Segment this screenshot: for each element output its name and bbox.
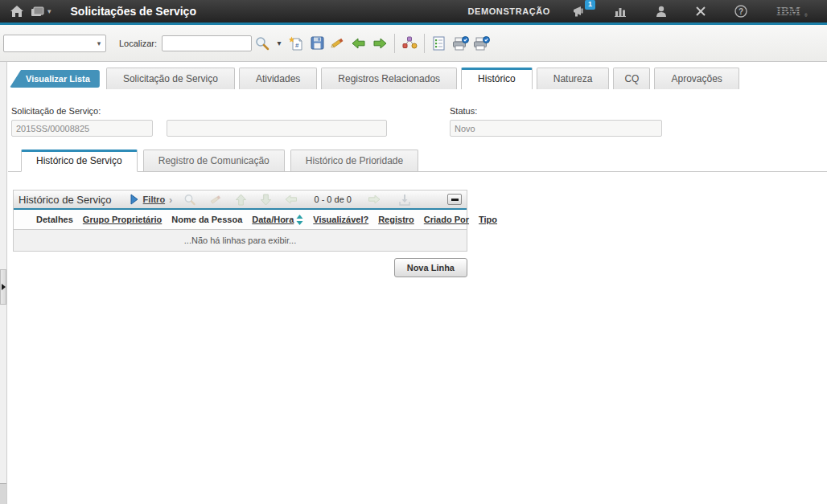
minimize-dash bbox=[451, 199, 459, 201]
localizar-input[interactable] bbox=[162, 35, 252, 51]
sr-field-label: Solicitação de Serviço: bbox=[11, 106, 450, 116]
filter-link[interactable]: Filtro bbox=[143, 195, 166, 204]
record-tabs: Visualizar Lista Solicitação de Serviço … bbox=[8, 68, 827, 89]
pagination-label: 0 - 0 de 0 bbox=[314, 195, 351, 204]
tab-historico[interactable]: Histórico bbox=[461, 68, 533, 89]
reports-list-icon[interactable] bbox=[429, 33, 450, 54]
table-header-row: Detalhes Grupo Proprietário Nome da Pess… bbox=[14, 210, 467, 230]
column-header-visualizavel[interactable]: Visualizável? bbox=[313, 215, 368, 224]
search-icon[interactable] bbox=[252, 33, 273, 54]
clear-changes-icon[interactable] bbox=[327, 33, 348, 54]
column-header-registro[interactable]: Registro bbox=[378, 215, 414, 224]
page-title: Solicitações de Serviço bbox=[71, 5, 196, 18]
toolbar-separator bbox=[394, 34, 395, 53]
chevron-down-icon: ▾ bbox=[47, 7, 51, 15]
nav-collapse-strip bbox=[0, 62, 7, 504]
empty-table-message: ...Não há linhas para exibir... bbox=[14, 230, 467, 251]
subtab-registro-de-comunicacao[interactable]: Registro de Comunicação bbox=[143, 150, 285, 171]
column-header-detalhes[interactable]: Detalhes bbox=[36, 215, 73, 224]
tab-visualizar-lista[interactable]: Visualizar Lista bbox=[10, 70, 100, 88]
main-area: Visualizar Lista Solicitação de Serviço … bbox=[0, 62, 827, 504]
chevron-down-icon: ▾ bbox=[93, 39, 105, 47]
signout-icon[interactable] bbox=[695, 6, 706, 17]
previous-record-icon[interactable] bbox=[348, 33, 369, 54]
column-header-tipo[interactable]: Tipo bbox=[479, 215, 497, 224]
nav-expand-handle[interactable] bbox=[0, 269, 6, 305]
next-page-icon[interactable] bbox=[368, 194, 381, 205]
table-footer: Nova Linha bbox=[8, 258, 467, 277]
history-subtabs: Histórico de Serviço Registro de Comunic… bbox=[8, 150, 827, 172]
toolbar-separator bbox=[424, 34, 425, 53]
print-icon[interactable] bbox=[450, 33, 471, 54]
previous-page-icon[interactable] bbox=[285, 194, 298, 205]
search-options-caret-icon[interactable]: ▾ bbox=[273, 33, 286, 54]
subtab-historico-de-prioridade[interactable]: Histórico de Prioridade bbox=[290, 150, 418, 171]
notification-badge: 1 bbox=[585, 0, 595, 10]
column-header-grupo-proprietario[interactable]: Grupo Proprietário bbox=[83, 215, 162, 224]
tab-aprovacoes[interactable]: Aprovações bbox=[654, 68, 739, 89]
tab-cq[interactable]: CQ bbox=[613, 68, 650, 89]
new-record-icon[interactable]: # bbox=[286, 33, 307, 54]
application-header: ▾ Solicitações de Serviço DEMONSTRAÇÃO 1… bbox=[0, 0, 827, 23]
table-title: Histórico de Serviço bbox=[19, 194, 112, 206]
filter-expand-icon[interactable] bbox=[130, 194, 139, 205]
move-down-icon[interactable] bbox=[260, 194, 272, 206]
svg-text:#: # bbox=[295, 42, 299, 49]
tab-atividades[interactable]: Atividades bbox=[239, 68, 317, 89]
tab-registros-relacionados[interactable]: Registros Relacionados bbox=[321, 68, 457, 89]
ibm-logo-mark: ® bbox=[804, 13, 808, 18]
strip-bottom-corner bbox=[0, 483, 6, 504]
edit-table-icon[interactable] bbox=[209, 194, 222, 205]
home-icon[interactable] bbox=[10, 5, 24, 18]
table-toolbar: Histórico de Serviço Filtro › bbox=[14, 190, 467, 210]
workflow-icon[interactable] bbox=[399, 33, 420, 54]
reports-chart-icon[interactable] bbox=[615, 6, 627, 17]
ibm-logo-text: IBM bbox=[776, 5, 800, 18]
nova-linha-button[interactable]: Nova Linha bbox=[394, 258, 467, 277]
help-icon[interactable]: ? bbox=[734, 5, 747, 18]
ibm-logo: IBM ® bbox=[776, 5, 811, 18]
help-glyph: ? bbox=[739, 7, 743, 16]
save-icon[interactable] bbox=[307, 33, 327, 54]
right-triangle-icon bbox=[2, 284, 6, 290]
record-toolbar: ▾ Localizar: ▾ # bbox=[0, 25, 827, 62]
status-field[interactable] bbox=[450, 120, 662, 137]
sr-description-field[interactable] bbox=[167, 120, 387, 137]
next-record-icon[interactable] bbox=[369, 33, 390, 54]
goto-apps-icon[interactable]: ▾ bbox=[31, 6, 51, 18]
service-history-table: Histórico de Serviço Filtro › bbox=[13, 190, 467, 252]
search-rows-icon[interactable] bbox=[183, 194, 196, 206]
minimize-table-icon[interactable] bbox=[447, 194, 462, 205]
profile-icon[interactable] bbox=[656, 6, 667, 18]
tab-solicitacao-de-servico[interactable]: Solicitação de Serviço bbox=[106, 68, 235, 89]
environment-label: DEMONSTRAÇÃO bbox=[467, 6, 550, 16]
action-select[interactable]: ▾ bbox=[3, 35, 106, 52]
column-header-criado-por[interactable]: Criado Por bbox=[424, 215, 469, 224]
status-field-label: Status: bbox=[450, 106, 662, 116]
localizar-label: Localizar: bbox=[119, 39, 157, 48]
tab-natureza[interactable]: Natureza bbox=[537, 68, 610, 89]
column-header-nome-da-pessoa[interactable]: Nome da Pessoa bbox=[171, 215, 242, 224]
sr-id-field[interactable] bbox=[11, 120, 153, 137]
announcements-icon[interactable]: 1 bbox=[572, 6, 586, 18]
print-with-attachments-icon[interactable] bbox=[471, 33, 492, 54]
move-up-icon[interactable] bbox=[235, 194, 247, 206]
filter-chevron-icon[interactable]: › bbox=[169, 194, 172, 206]
column-header-data-hora[interactable]: Data/Hora bbox=[252, 215, 294, 224]
download-table-icon[interactable] bbox=[398, 194, 411, 206]
record-header-fields: Solicitação de Serviço: Status: bbox=[8, 106, 827, 137]
sort-indicator-icon[interactable] bbox=[296, 215, 303, 225]
subtab-historico-de-servico[interactable]: Histórico de Serviço bbox=[21, 150, 138, 172]
